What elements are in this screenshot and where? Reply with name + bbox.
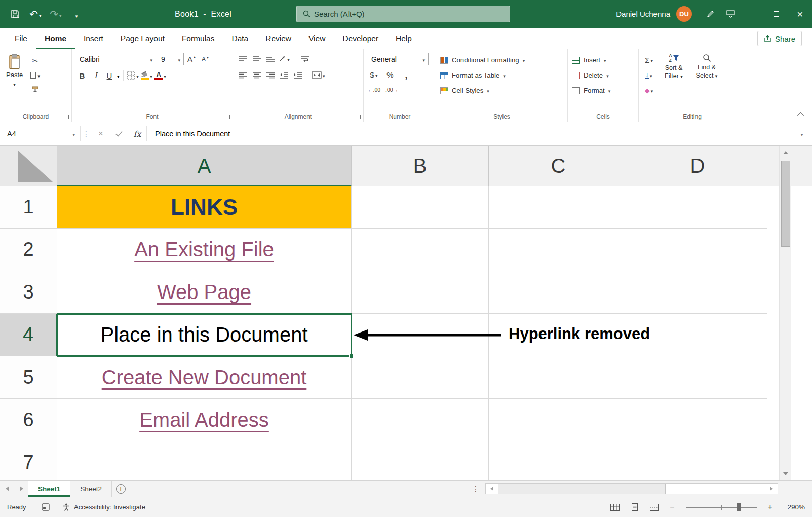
cell-A5[interactable]: Create New Document [57, 356, 352, 399]
number-format-select[interactable]: General [368, 53, 429, 65]
cell-B2[interactable] [352, 229, 489, 271]
row-header-5[interactable]: 5 [0, 356, 57, 399]
user-avatar[interactable]: DU [676, 6, 692, 22]
next-sheet-button[interactable] [14, 481, 28, 497]
macro-record-button[interactable] [42, 503, 50, 511]
redo-dropdown[interactable] [59, 8, 62, 20]
insert-cells-button[interactable]: Insert [572, 54, 634, 66]
cell-B6[interactable] [352, 399, 489, 441]
tab-bar-options[interactable]: ⋮ [472, 481, 479, 497]
scroll-up-button[interactable] [780, 146, 792, 159]
vertical-scrollbar[interactable] [779, 146, 791, 480]
minimize-button[interactable] [741, 0, 764, 28]
formula-bar-drag-handle[interactable]: ⋮ [81, 122, 92, 145]
page-layout-view-button[interactable] [631, 503, 639, 511]
cell-C7[interactable] [489, 441, 628, 480]
ribbon-tab-view[interactable]: View [300, 28, 334, 49]
column-header-a[interactable]: A [57, 146, 352, 186]
font-dialog-launcher[interactable] [226, 115, 230, 119]
underline-button[interactable]: U [103, 69, 115, 82]
ribbon-tab-page-layout[interactable]: Page Layout [112, 28, 173, 49]
borders-button[interactable] [127, 69, 139, 82]
ribbon-tab-formulas[interactable]: Formulas [173, 28, 223, 49]
ribbon-tab-insert[interactable]: Insert [75, 28, 112, 49]
undo-button[interactable]: ↶ [25, 4, 46, 25]
horizontal-scrollbar[interactable] [485, 483, 778, 494]
clear-button[interactable]: ◆ [643, 84, 655, 96]
fill-button[interactable]: ↓ [643, 69, 655, 81]
cell-B5[interactable] [352, 356, 489, 399]
italic-button[interactable]: I [90, 69, 102, 82]
cell-D1[interactable] [628, 186, 767, 229]
orientation-button[interactable] [278, 53, 290, 65]
delete-cells-button[interactable]: Delete [572, 69, 634, 82]
ink-button[interactable] [700, 4, 720, 25]
scroll-left-button[interactable] [486, 484, 498, 494]
alignment-dialog-launcher[interactable] [357, 115, 361, 119]
cell-A7[interactable] [57, 441, 352, 480]
scroll-down-button[interactable] [780, 468, 792, 480]
ribbon-display-options-button[interactable] [720, 4, 741, 25]
ribbon-tab-file[interactable]: File [6, 28, 36, 49]
align-right-button[interactable] [264, 69, 277, 81]
format-as-table-button[interactable]: Format as Table [440, 69, 563, 82]
name-box-dropdown[interactable] [72, 130, 75, 138]
select-all-corner[interactable] [0, 146, 57, 186]
copy-button[interactable] [29, 69, 41, 81]
paste-dropdown[interactable] [13, 80, 16, 88]
cell-D3[interactable] [628, 271, 767, 314]
format-cells-button[interactable]: Format [572, 84, 634, 97]
zoom-in-button[interactable]: + [768, 503, 772, 512]
accounting-format-button[interactable]: $ [368, 68, 380, 81]
find-select-button[interactable]: Find & Select [692, 53, 721, 96]
cancel-button[interactable]: × [92, 122, 110, 145]
row-header-1[interactable]: 1 [0, 186, 57, 229]
name-box[interactable]: A4 [0, 122, 80, 145]
ribbon-tab-review[interactable]: Review [257, 28, 300, 49]
ribbon-tab-help[interactable]: Help [387, 28, 420, 49]
cell-C2[interactable] [489, 229, 628, 271]
align-top-button[interactable] [237, 53, 249, 65]
page-break-view-button[interactable] [650, 504, 659, 511]
fill-handle[interactable] [349, 354, 354, 358]
paste-button[interactable]: Paste [4, 53, 25, 95]
insert-function-button[interactable]: fx [128, 122, 146, 145]
new-sheet-button[interactable]: + [112, 481, 129, 497]
expand-formula-bar-button[interactable] [792, 122, 812, 145]
format-painter-button[interactable] [29, 83, 41, 95]
cell-B3[interactable] [352, 271, 489, 314]
cell-A6[interactable]: Email Address [57, 399, 352, 441]
cell-A3[interactable]: Web Page [57, 271, 352, 314]
cut-button[interactable]: ✂ [29, 55, 41, 67]
horizontal-scroll-thumb[interactable] [498, 484, 666, 494]
autosum-button[interactable]: Σ [643, 54, 655, 66]
redo-button[interactable]: ↷ [46, 4, 66, 25]
cell-D5[interactable] [628, 356, 767, 399]
align-left-button[interactable] [237, 69, 249, 81]
conditional-formatting-button[interactable]: Conditional Formatting [440, 54, 563, 66]
enter-button[interactable] [110, 122, 128, 145]
clipboard-dialog-launcher[interactable] [65, 115, 69, 119]
increase-indent-button[interactable] [292, 69, 304, 81]
row-header-6[interactable]: 6 [0, 399, 57, 441]
zoom-slider[interactable] [686, 507, 757, 508]
ribbon-tab-data[interactable]: Data [223, 28, 257, 49]
decrease-decimal-button[interactable]: .00→ [385, 84, 398, 96]
column-header-d[interactable]: D [628, 146, 767, 186]
search-box[interactable]: Search (Alt+Q) [296, 6, 510, 22]
comma-style-button[interactable]: , [400, 68, 412, 81]
row-header-2[interactable]: 2 [0, 229, 57, 271]
accessibility-status[interactable]: Accessibility: Investigate [63, 503, 145, 511]
cell-C5[interactable] [489, 356, 628, 399]
sheet-tab-sheet1[interactable]: Sheet1 [28, 481, 70, 497]
align-center-button[interactable] [251, 69, 263, 81]
formula-input[interactable]: Place in this Document [147, 122, 792, 145]
customize-qat-button[interactable] [66, 4, 86, 25]
column-header-b[interactable]: B [352, 146, 489, 186]
cell-D2[interactable] [628, 229, 767, 271]
vertical-scroll-thumb[interactable] [781, 161, 790, 247]
cell-styles-button[interactable]: Cell Styles [440, 84, 563, 97]
close-button[interactable]: × [788, 0, 812, 28]
cell-B1[interactable] [352, 186, 489, 229]
cell-D6[interactable] [628, 399, 767, 441]
